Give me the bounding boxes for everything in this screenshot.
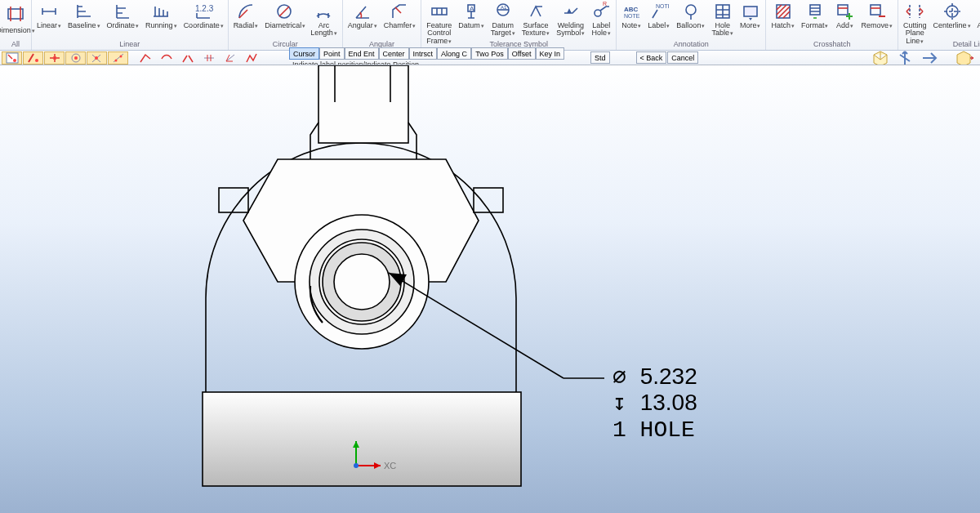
remove-button[interactable]: Remove▾ <box>858 0 896 29</box>
sel-aux-5[interactable] <box>220 51 240 65</box>
chamfer-button[interactable]: Chamfer▾ <box>381 0 420 29</box>
snap-intrsct[interactable]: Intrsct <box>409 47 438 60</box>
holetbl-button[interactable]: HoleTable▾ <box>708 0 737 38</box>
ribbon-group-linear: Linear▾Baseline▾Ordinate▾Running▾1.2.3Co… <box>32 0 229 50</box>
weld-button[interactable]: WeldingSymbol▾ <box>553 0 588 38</box>
svg-rect-16 <box>777 5 790 18</box>
baseline-button[interactable]: Baseline▾ <box>65 0 104 29</box>
baseline-label: Baseline▾ <box>68 22 100 29</box>
hatch-label: Hatch▾ <box>771 22 795 29</box>
coordinate-label: Coordinate▾ <box>184 22 223 29</box>
ribbon-group-tolerance-symbol: FeatureControl Frame▾ADatum▾A1DatumTarge… <box>421 0 617 50</box>
svg-text:1 HOLE: 1 HOLE <box>612 417 695 443</box>
ordinate-button[interactable]: Ordinate▾ <box>104 0 143 29</box>
linear-button[interactable]: Linear▾ <box>33 0 65 29</box>
cancel-button[interactable]: Cancel <box>667 51 698 64</box>
svg-rect-3 <box>432 8 447 15</box>
sel-mode-5[interactable] <box>87 51 107 65</box>
svg-rect-15 <box>744 7 757 16</box>
angular-button[interactable]: Angular▾ <box>345 0 381 29</box>
format-button[interactable]: Format▾ <box>798 0 832 29</box>
balloon-button[interactable]: Balloon▾ <box>673 0 708 29</box>
datumtgt-button[interactable]: A1DatumTarget▾ <box>488 0 519 38</box>
sel-aux-2[interactable] <box>156 51 176 65</box>
sel-mode-6[interactable] <box>108 51 128 65</box>
svg-text:↧ 13.08: ↧ 13.08 <box>612 390 697 417</box>
fcf-icon <box>430 2 449 21</box>
sel-mode-1[interactable] <box>2 51 22 65</box>
snap-two-pos[interactable]: Two Pos <box>471 47 508 60</box>
note-button[interactable]: ABCNOTENote▾ <box>618 0 644 29</box>
diametrical-label: Diametrical▾ <box>265 22 304 29</box>
remove-icon <box>867 2 887 21</box>
diametrical-icon <box>274 2 294 21</box>
snap-along-c[interactable]: Along C <box>437 47 471 60</box>
fcf-button[interactable]: FeatureControl Frame▾ <box>423 0 455 45</box>
sel-mode-3[interactable] <box>44 51 65 65</box>
ribbon-group-crosshatch: Hatch▾Format▾Add▾Remove▾Crosshatch <box>766 0 898 50</box>
more-button[interactable]: More▾ <box>737 0 764 29</box>
ordinate-icon <box>113 2 132 21</box>
sel-aux-6[interactable] <box>241 51 261 65</box>
label-button[interactable]: NOTELabel▾ <box>644 0 673 29</box>
selection-toolbar: CursorPointEnd EntCenterIntrsctAlong CTw… <box>0 51 980 65</box>
running-icon <box>151 2 171 21</box>
coordinate-button[interactable]: 1.2.3Coordinate▾ <box>180 0 226 29</box>
dimension-label: Dimension▾ <box>0 27 35 34</box>
back-button[interactable]: < Back <box>636 51 667 64</box>
hatch-button[interactable]: Hatch▾ <box>768 0 798 29</box>
centerline-label: Centerline▾ <box>933 22 971 29</box>
svg-rect-31 <box>203 392 521 486</box>
centerline-button[interactable]: Centerline▾ <box>930 0 974 29</box>
hole-callout: ⌀ 5.232 ↧ 13.08 1 HOLE <box>612 364 697 443</box>
svg-point-29 <box>114 59 117 61</box>
ribbon-group-annotation: ABCNOTENote▾NOTELabel▾Balloon▾HoleTable▾… <box>617 0 766 50</box>
snap-point[interactable]: Point <box>319 47 345 60</box>
surftex-icon <box>526 2 546 21</box>
datumtgt-icon: A1 <box>493 2 513 21</box>
part-drawing <box>203 65 521 486</box>
running-button[interactable]: Running▾ <box>142 0 180 29</box>
svg-point-13 <box>686 5 696 15</box>
cutting-button[interactable]: CuttingPlane Line▾ <box>900 0 930 45</box>
labelhole-button[interactable]: RLabelHole▾ <box>588 0 614 38</box>
add-label: Add▾ <box>836 22 853 29</box>
std-button[interactable]: Std <box>590 51 610 64</box>
datum-button[interactable]: ADatum▾ <box>455 0 488 29</box>
sel-mode-2[interactable] <box>23 51 43 65</box>
snap-center[interactable]: Center <box>379 47 409 60</box>
arrow-button[interactable]: Arrow▾ <box>974 0 980 29</box>
datum-icon: A <box>461 2 481 21</box>
add-icon <box>835 2 854 21</box>
snap-offset[interactable]: Offset <box>508 47 536 60</box>
balloon-icon <box>681 2 701 21</box>
svg-point-8 <box>595 10 601 16</box>
remove-label: Remove▾ <box>861 22 893 29</box>
svg-line-40 <box>389 273 564 378</box>
diametrical-button[interactable]: Diametrical▾ <box>261 0 307 29</box>
svg-text:NOTE: NOTE <box>656 3 669 9</box>
add-button[interactable]: Add▾ <box>831 0 858 29</box>
snap-key-in[interactable]: Key In <box>536 47 565 60</box>
radial-label: Radial▾ <box>234 22 259 29</box>
snap-end-ent[interactable]: End Ent <box>345 47 379 60</box>
dimension-button[interactable]: Dimension▾ <box>2 0 29 34</box>
sel-aux-4[interactable] <box>198 51 219 65</box>
snap-cursor[interactable]: Cursor <box>289 47 319 60</box>
cutting-icon <box>905 2 924 21</box>
svg-text:NOTE: NOTE <box>624 13 640 19</box>
svg-text:ABC: ABC <box>624 6 639 13</box>
arrow-label: Arrow▾ <box>978 22 980 29</box>
surftex-label: SurfaceTexture▾ <box>522 22 550 38</box>
snap-row: CursorPointEnd EntCenterIntrsctAlong CTw… <box>287 47 564 60</box>
svg-point-24 <box>35 59 38 62</box>
sel-mode-4[interactable] <box>65 51 86 65</box>
radial-button[interactable]: Radial▾ <box>230 0 262 29</box>
ribbon-group-detail-line: CuttingPlane Line▾Centerline▾Arrow▾Witne… <box>898 0 980 50</box>
sel-aux-3[interactable] <box>177 51 198 65</box>
sel-aux-1[interactable] <box>135 51 155 65</box>
surftex-button[interactable]: SurfaceTexture▾ <box>519 0 554 38</box>
labelhole-icon: R <box>591 2 611 21</box>
arclen-button[interactable]: ArcLength▾ <box>307 0 341 38</box>
drawing-canvas[interactable]: ⌀ 5.232 ↧ 13.08 1 HOLE XC <box>0 65 980 513</box>
